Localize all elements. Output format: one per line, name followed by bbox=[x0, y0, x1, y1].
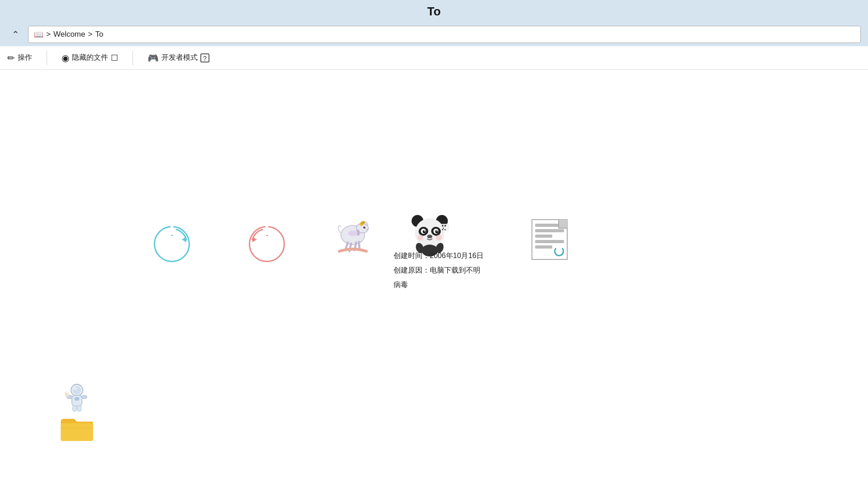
actions-label: 操作 bbox=[18, 53, 32, 62]
svg-point-36 bbox=[73, 386, 81, 394]
svg-rect-38 bbox=[72, 395, 82, 406]
svg-point-4 bbox=[363, 226, 365, 229]
svg-rect-46 bbox=[73, 405, 76, 411]
doc-paper bbox=[531, 219, 568, 260]
gamepad-icon: 🎮 bbox=[147, 53, 159, 63]
toolbar-hidden-files[interactable]: ◉ 隐藏的文件 ☐ bbox=[62, 53, 118, 63]
svg-point-37 bbox=[74, 387, 77, 390]
astronaut-svg bbox=[63, 383, 90, 414]
toolbar: ✏ 操作 ◉ 隐藏的文件 ☐ 🎮 开发者模式 ? bbox=[0, 46, 868, 70]
svg-rect-48 bbox=[61, 423, 93, 441]
info-line3: 病毒 bbox=[394, 278, 484, 292]
svg-rect-45 bbox=[75, 398, 79, 401]
rocking-horse-svg bbox=[332, 210, 373, 260]
folder-astronaut-item[interactable] bbox=[59, 383, 95, 444]
address-row: ⌃ 📖 > Welcome > To bbox=[0, 23, 868, 46]
rocking-horse-icon[interactable] bbox=[326, 215, 380, 255]
eye-icon: ◉ bbox=[62, 53, 69, 63]
info-line2: 创建原因：电脑下载到不明 bbox=[394, 263, 484, 278]
svg-point-5 bbox=[365, 227, 365, 228]
collapse-icon: ⌃ bbox=[12, 29, 19, 40]
dev-mode-help-icon[interactable]: ? bbox=[200, 53, 209, 62]
svg-point-22 bbox=[436, 230, 437, 231]
address-separator2: > bbox=[88, 30, 92, 39]
svg-line-42 bbox=[65, 392, 66, 394]
svg-marker-0 bbox=[182, 237, 186, 242]
svg-point-21 bbox=[424, 230, 425, 231]
toolbar-separator-2 bbox=[133, 51, 133, 65]
breadcrumb-to: To bbox=[95, 30, 103, 39]
svg-rect-30 bbox=[442, 225, 443, 226]
svg-point-23 bbox=[427, 235, 432, 238]
book-icon: 📖 bbox=[34, 30, 43, 39]
power-blue-icon[interactable] bbox=[145, 224, 199, 264]
folder-svg bbox=[59, 412, 95, 444]
title-bar: To bbox=[0, 0, 868, 23]
svg-point-25 bbox=[436, 235, 442, 240]
power-pink-arrow-svg bbox=[249, 226, 285, 262]
address-separator: > bbox=[46, 30, 51, 39]
address-box[interactable]: 📖 > Welcome > To bbox=[28, 26, 861, 43]
edit-icon: ✏ bbox=[7, 53, 15, 63]
toolbar-actions[interactable]: ✏ 操作 bbox=[7, 53, 32, 63]
svg-marker-1 bbox=[252, 237, 257, 242]
hidden-files-label: 隐藏的文件 bbox=[72, 53, 108, 62]
svg-rect-32 bbox=[443, 228, 444, 229]
svg-point-24 bbox=[417, 235, 423, 240]
breadcrumb-welcome: Welcome bbox=[53, 30, 85, 39]
svg-rect-47 bbox=[77, 405, 81, 411]
svg-rect-29 bbox=[441, 224, 449, 231]
dev-mode-label: 开发者模式 bbox=[161, 53, 198, 62]
window-title: To bbox=[427, 5, 441, 19]
power-pink-icon[interactable] bbox=[240, 224, 294, 264]
info-line1: 创建时间：2006年10月16日 bbox=[394, 249, 484, 263]
svg-rect-40 bbox=[81, 395, 87, 398]
svg-rect-31 bbox=[445, 225, 446, 226]
collapse-button[interactable]: ⌃ bbox=[7, 26, 24, 43]
hidden-files-checkbox[interactable]: ☐ bbox=[111, 53, 118, 63]
document-icon[interactable] bbox=[522, 219, 577, 260]
toolbar-separator-1 bbox=[47, 51, 47, 65]
svg-rect-33 bbox=[442, 229, 443, 230]
main-content: 创建时间：2006年10月16日 创建原因：电脑下载到不明 病毒 bbox=[0, 70, 868, 489]
svg-line-43 bbox=[66, 392, 67, 394]
svg-point-11 bbox=[348, 230, 358, 236]
info-box: 创建时间：2006年10月16日 创建原因：电脑下载到不明 病毒 bbox=[394, 249, 484, 292]
toolbar-dev-mode[interactable]: 🎮 开发者模式 ? bbox=[147, 53, 209, 63]
power-blue-arrow-svg bbox=[154, 226, 190, 262]
svg-rect-34 bbox=[445, 229, 446, 230]
